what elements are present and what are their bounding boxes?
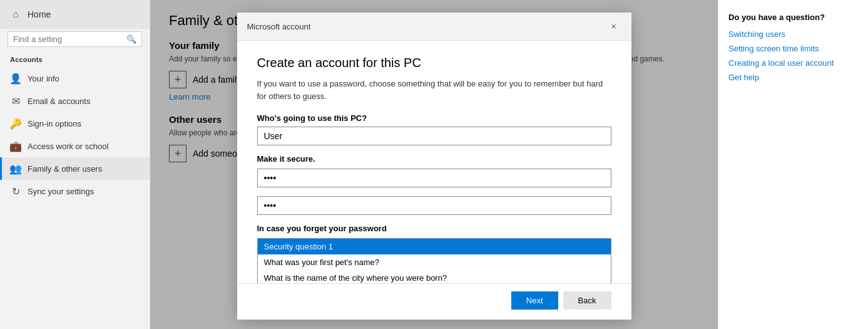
- sidebar-item-sync-settings[interactable]: ↻ Sync your settings: [0, 180, 150, 202]
- security-question-item-0[interactable]: Security question 1: [258, 239, 611, 254]
- modal-desc: If you want to use a password, choose so…: [257, 78, 611, 102]
- sidebar-item-work-school[interactable]: 💼 Access work or school: [0, 135, 150, 157]
- right-panel-title: Do you have a question?: [728, 13, 858, 22]
- sidebar-item-label: Your info: [28, 74, 59, 83]
- sidebar-item-label: Family & other users: [28, 164, 102, 174]
- modal-footer: Next Back: [237, 283, 631, 320]
- password-label: Make it secure.: [257, 154, 611, 164]
- username-input[interactable]: [257, 127, 611, 145]
- modal-title: Microsoft account: [247, 22, 311, 31]
- sidebar-home-label: Home: [28, 9, 51, 19]
- search-input[interactable]: [13, 34, 126, 44]
- next-button[interactable]: Next: [511, 291, 558, 310]
- back-button[interactable]: Back: [563, 291, 611, 310]
- key-icon: 🔑: [10, 118, 21, 129]
- sidebar-item-label: Access work or school: [28, 142, 108, 151]
- family-icon: 👥: [10, 163, 21, 174]
- security-question-dropdown[interactable]: Security question 1 What was your first …: [257, 238, 611, 283]
- sidebar-item-label: Sync your settings: [28, 187, 94, 196]
- confirm-password-input[interactable]: [257, 196, 611, 215]
- your-info-icon: 👤: [10, 73, 21, 84]
- search-box-container: 🔍: [8, 31, 142, 47]
- password-input[interactable]: [257, 169, 611, 187]
- sidebar-item-email-accounts[interactable]: ✉ Email & accounts: [0, 90, 150, 112]
- sidebar-item-label: Email & accounts: [28, 97, 90, 106]
- home-icon: ⌂: [10, 9, 21, 20]
- right-link-get-help[interactable]: Get help: [728, 73, 858, 82]
- sidebar-section-title: Accounts: [0, 53, 150, 67]
- briefcase-icon: 💼: [10, 140, 21, 152]
- sidebar-item-your-info[interactable]: 👤 Your info: [0, 67, 150, 90]
- sidebar-home[interactable]: ⌂ Home: [0, 0, 150, 29]
- username-label: Who's going to use this PC?: [257, 113, 611, 123]
- modal-close-button[interactable]: ×: [606, 19, 621, 34]
- sidebar: ⌂ Home 🔍 Accounts 👤 Your info ✉ Email & …: [0, 0, 150, 329]
- sidebar-item-sign-in[interactable]: 🔑 Sign-in options: [0, 112, 150, 135]
- sync-icon: ↻: [10, 185, 21, 197]
- forget-label: In case you forget your password: [257, 224, 611, 233]
- security-question-item-2[interactable]: What is the name of the city where you w…: [258, 270, 611, 283]
- sidebar-item-label: Sign-in options: [28, 119, 81, 128]
- security-question-item-1[interactable]: What was your first pet's name?: [258, 254, 611, 270]
- main-content: Family & other users Your family Add you…: [150, 0, 718, 329]
- modal-heading: Create an account for this PC: [257, 56, 611, 70]
- email-icon: ✉: [10, 95, 21, 107]
- sidebar-item-family-users[interactable]: 👥 Family & other users: [0, 157, 150, 180]
- modal-overlay: Microsoft account × Create an account fo…: [150, 0, 718, 329]
- modal-header: Microsoft account ×: [237, 13, 631, 41]
- modal-body: Create an account for this PC If you wan…: [237, 41, 631, 283]
- right-link-local-account[interactable]: Creating a local user account: [728, 58, 858, 68]
- right-panel: Do you have a question? Switching users …: [718, 0, 868, 329]
- right-link-screen-time[interactable]: Setting screen time limits: [728, 44, 858, 53]
- modal-dialog: Microsoft account × Create an account fo…: [237, 13, 631, 320]
- search-icon: 🔍: [126, 34, 136, 44]
- right-link-switching[interactable]: Switching users: [728, 29, 858, 39]
